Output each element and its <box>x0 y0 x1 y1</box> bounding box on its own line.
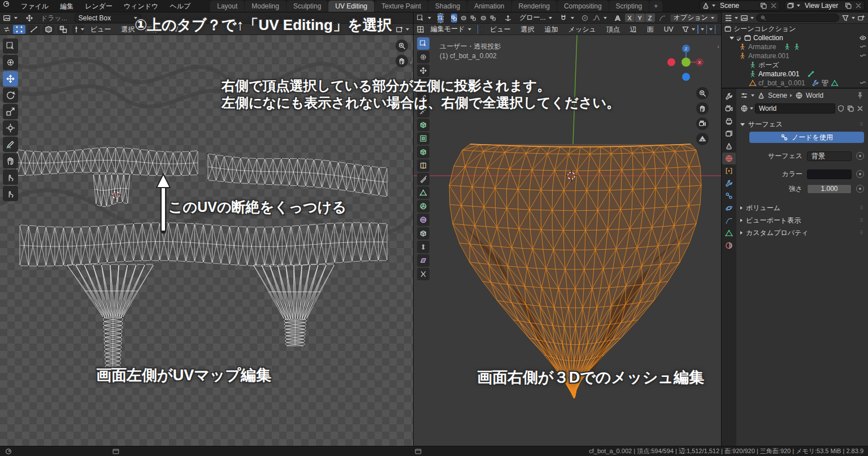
menu-window[interactable]: ウィンドウ <box>119 0 163 12</box>
eye-icon[interactable] <box>859 34 867 42</box>
select-subtract-button[interactable] <box>470 14 476 23</box>
uv-sticky-select-dropdown[interactable] <box>72 25 84 34</box>
properties-tab-output[interactable] <box>722 115 736 127</box>
properties-tab-modifiers[interactable] <box>722 177 736 189</box>
shading-mode-toggle[interactable] <box>718 25 718 34</box>
mirror-x-button[interactable]: X <box>625 14 635 22</box>
menu-render[interactable]: レンダー <box>80 0 118 12</box>
scene-collection-row[interactable]: シーンコレクション <box>724 24 867 33</box>
animate-dot-button[interactable] <box>856 170 864 178</box>
world-icon[interactable] <box>740 105 748 112</box>
xray-toggle[interactable] <box>715 25 715 34</box>
tool-3d-cursor-button[interactable] <box>417 51 429 63</box>
breadcrumb-world[interactable]: World <box>806 92 823 99</box>
tool-shear-button[interactable] <box>417 254 429 267</box>
outliner-display-mode-icon[interactable] <box>724 14 732 22</box>
properties-tab-object[interactable] <box>722 165 736 177</box>
duplicate-icon[interactable] <box>760 2 767 10</box>
duplicate-icon[interactable] <box>847 105 854 112</box>
tool-select-box-button[interactable] <box>417 37 429 50</box>
select-invert-button[interactable] <box>480 14 487 23</box>
tool-bevel-button[interactable] <box>417 146 429 158</box>
mirror-y-button[interactable]: Y <box>635 14 645 22</box>
snap-magnet-icon[interactable] <box>559 14 567 22</box>
vp-menu-add[interactable]: 追加 <box>541 24 562 35</box>
tool-grab-button[interactable] <box>3 153 18 168</box>
select-new-button[interactable] <box>451 14 457 23</box>
new-collection-icon[interactable] <box>857 14 865 22</box>
gizmo-toggle[interactable] <box>697 25 698 34</box>
properties-tab-physics[interactable] <box>722 202 736 214</box>
tool-shrink-fatten-button[interactable] <box>417 241 429 253</box>
vp-menu-vertex[interactable]: 頂点 <box>602 24 624 35</box>
tab-texture-paint[interactable]: Texture Paint <box>375 1 428 12</box>
collection-checkbox[interactable] <box>736 35 742 41</box>
uv-select-edge-button[interactable] <box>28 25 40 34</box>
proportional-editing-icon[interactable] <box>581 14 589 22</box>
status-splash-icon[interactable] <box>5 448 12 455</box>
color-swatch[interactable] <box>807 170 852 179</box>
outliner-search-input[interactable] <box>756 14 839 22</box>
tab-rendering[interactable]: Rendering <box>512 1 557 12</box>
tool-move-button[interactable] <box>3 71 18 86</box>
viewport-display-section-header[interactable]: ビューポート表示 ⠿ <box>740 214 864 227</box>
chevron-icon[interactable] <box>859 43 867 51</box>
select-extend-button[interactable] <box>461 14 467 23</box>
select-mode-dropdown[interactable]: Select Box <box>75 14 141 23</box>
use-nodes-button[interactable]: ノードを使用 <box>749 132 864 143</box>
properties-editor-icon[interactable] <box>740 92 748 99</box>
tool-inset-faces-button[interactable] <box>417 132 429 145</box>
tool-loop-cut-button[interactable] <box>417 159 429 172</box>
tool-icon[interactable] <box>416 14 424 22</box>
chevron-icon[interactable] <box>859 52 867 60</box>
vp-select-edge-button[interactable] <box>480 25 481 34</box>
snap-curve-icon[interactable] <box>658 14 666 22</box>
tab-uv-editing[interactable]: UV Editing <box>328 1 374 12</box>
close-icon[interactable] <box>854 2 862 10</box>
breadcrumb-scene[interactable]: Scene <box>768 92 787 99</box>
outliner-filter-icon[interactable] <box>740 14 748 22</box>
vp-menu-mesh[interactable]: メッシュ <box>565 24 600 35</box>
transform-orientation-dropdown[interactable]: グロー... <box>515 14 556 23</box>
tool-transform-button[interactable] <box>3 120 18 136</box>
fake-user-shield-icon[interactable] <box>837 105 845 112</box>
tool-move-button[interactable] <box>417 64 429 77</box>
tool-2d-cursor-button[interactable] <box>3 55 18 70</box>
tab-modeling[interactable]: Modeling <box>245 1 286 12</box>
pin-icon[interactable] <box>856 92 864 99</box>
unlink-icon[interactable] <box>856 105 864 112</box>
expand-icon[interactable] <box>730 37 734 40</box>
menu-edit[interactable]: 編集 <box>55 0 79 12</box>
vp-select-vertex-button[interactable] <box>478 25 478 34</box>
armature-child-row[interactable]: Armature.001 <box>724 70 867 79</box>
tool-poly-build-button[interactable] <box>417 186 429 199</box>
surface-type-dropdown[interactable]: 背景 <box>807 151 852 161</box>
animate-dot-button[interactable] <box>856 185 864 193</box>
chevron-icon[interactable] <box>859 79 867 87</box>
properties-tab-scene[interactable] <box>722 140 736 152</box>
visibility-dropdown-icon[interactable] <box>682 25 689 33</box>
active-tool-select-box[interactable] <box>438 14 443 23</box>
armature-row[interactable]: Armature <box>724 42 867 51</box>
tool-relax-button[interactable] <box>3 170 18 185</box>
uv-select-vertex-button[interactable] <box>13 25 25 34</box>
pose-row[interactable]: ポーズ <box>724 60 867 70</box>
tool-spin-button[interactable] <box>417 200 429 212</box>
vp-select-face-button[interactable] <box>483 25 484 34</box>
tool-rotate-button[interactable] <box>3 88 18 103</box>
falloff-icon[interactable] <box>592 14 600 22</box>
pan-hand-icon[interactable] <box>396 55 408 67</box>
tab-layout[interactable]: Layout <box>210 1 244 12</box>
world-name-field[interactable]: World <box>755 103 835 114</box>
navigation-gizmo[interactable]: ZX <box>666 42 706 82</box>
uv-select-island-button[interactable] <box>57 25 70 34</box>
vp-menu-face[interactable]: 面 <box>643 24 658 35</box>
blender-logo-icon[interactable] <box>0 0 12 8</box>
add-workspace-button[interactable]: + <box>649 1 662 12</box>
scene-selector[interactable]: Scene <box>700 1 780 11</box>
vp-menu-uv[interactable]: UV <box>660 24 678 35</box>
custom-properties-section-header[interactable]: カスタムプロパティ ⠿ <box>740 227 864 239</box>
pan-hand-icon[interactable] <box>696 102 709 115</box>
zoom-icon[interactable] <box>696 87 709 99</box>
tool-extrude-button[interactable] <box>417 119 429 131</box>
